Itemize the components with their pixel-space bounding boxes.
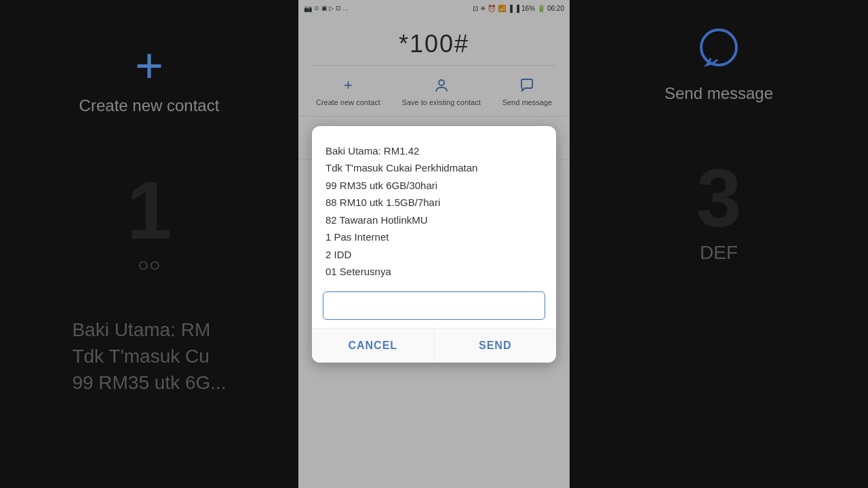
bg-num-3-sub: DEF [700, 242, 738, 264]
modal-line-4: 88 RM10 utk 1.5GB/7hari [326, 194, 542, 211]
send-button[interactable]: SEND [435, 329, 557, 363]
modal-input-wrap [312, 291, 556, 328]
bg-send-message-label: Send message [665, 84, 773, 103]
modal-overlay: Baki Utama: RM1.42 Tdk T'masuk Cukai Per… [298, 0, 570, 488]
modal-line-1: Baki Utama: RM1.42 [326, 142, 542, 160]
bg-create-contact-label: Create new contact [79, 96, 220, 115]
ussd-modal: Baki Utama: RM1.42 Tdk T'masuk Cukai Per… [312, 126, 556, 363]
background-right: Send message 3 DEF [570, 0, 868, 488]
bg-chat-icon [697, 27, 741, 71]
modal-line-5: 82 Tawaran HotlinkMU [326, 211, 542, 229]
modal-line-7: 2 IDD [326, 246, 542, 264]
cancel-button[interactable]: CANCEL [312, 329, 435, 363]
modal-text-block: Baki Utama: RM1.42 Tdk T'masuk Cukai Per… [326, 142, 542, 281]
bg-num-3: 3 [696, 157, 742, 239]
svg-point-0 [701, 30, 736, 65]
bg-message-preview: Baki Utama: RM Tdk T'masuk Cu 99 RM35 ut… [58, 317, 239, 396]
modal-line-2: Tdk T'masuk Cukai Perkhidmatan [326, 159, 542, 177]
modal-line-8: 01 Seterusnya [326, 263, 542, 281]
modal-line-3: 99 RM35 utk 6GB/30hari [326, 177, 542, 195]
modal-input[interactable] [323, 291, 545, 320]
background-left: + Create new contact 1 ○○ Baki Utama: RM… [0, 0, 298, 488]
bg-plus-icon: + [135, 41, 163, 89]
modal-actions: CANCEL SEND [312, 328, 556, 363]
modal-content: Baki Utama: RM1.42 Tdk T'masuk Cukai Per… [312, 126, 556, 291]
bg-num-1-sub: ○○ [138, 254, 161, 276]
bg-num-1: 1 [127, 169, 172, 251]
modal-line-6: 1 Pas Internet [326, 228, 542, 246]
